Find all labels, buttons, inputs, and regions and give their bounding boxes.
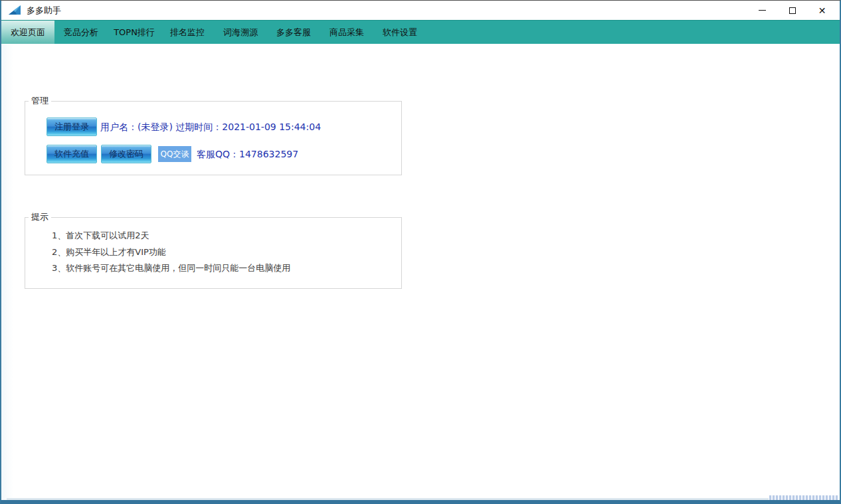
management-group-label: 管理 bbox=[29, 96, 51, 106]
tab-product-collection[interactable]: 商品采集 bbox=[320, 21, 373, 44]
titlebar: 多多助手 ✕ bbox=[1, 1, 840, 20]
change-password-button[interactable]: 修改密码 bbox=[101, 145, 151, 163]
management-groupbox: 管理 注册登录 用户名：(未登录) 过期时间：2021-01-09 15:44:… bbox=[25, 101, 402, 175]
app-window: 多多助手 ✕ 欢迎页面 竞品分析 TOPN排行 排名监控 词海溯源 多多客服 商… bbox=[0, 0, 841, 504]
tip-item-2: 2、购买半年以上才有VIP功能 bbox=[52, 246, 166, 258]
register-login-button[interactable]: 注册登录 bbox=[47, 118, 97, 136]
content-area: 管理 注册登录 用户名：(未登录) 过期时间：2021-01-09 15:44:… bbox=[1, 44, 840, 500]
app-logo-icon bbox=[8, 5, 21, 17]
tip-item-3: 3、软件账号可在其它电脑使用，但同一时间只能一台电脑使用 bbox=[52, 262, 290, 274]
close-button[interactable]: ✕ bbox=[807, 1, 837, 20]
tip-item-1: 1、首次下载可以试用2天 bbox=[52, 230, 149, 242]
tab-keyword-trace[interactable]: 词海溯源 bbox=[214, 21, 267, 44]
tips-group-label: 提示 bbox=[29, 212, 51, 222]
horizontal-scrollbar[interactable] bbox=[7, 498, 769, 500]
minimize-button[interactable] bbox=[747, 1, 777, 20]
tab-software-settings[interactable]: 软件设置 bbox=[373, 21, 426, 44]
qq-chat-button[interactable]: QQ交谈 bbox=[158, 146, 191, 162]
tab-welcome[interactable]: 欢迎页面 bbox=[1, 21, 54, 44]
tips-groupbox: 提示 1、首次下载可以试用2天 2、购买半年以上才有VIP功能 3、软件账号可在… bbox=[25, 217, 402, 289]
minimize-icon bbox=[759, 10, 766, 11]
maximize-button[interactable] bbox=[777, 1, 807, 20]
tab-rank-monitoring[interactable]: 排名监控 bbox=[161, 21, 214, 44]
bottom-right-fine-print bbox=[769, 495, 838, 500]
tab-competitor-analysis[interactable]: 竞品分析 bbox=[54, 21, 108, 44]
tab-topn-ranking[interactable]: TOPN排行 bbox=[108, 21, 161, 44]
tab-duoduo-service[interactable]: 多多客服 bbox=[267, 21, 320, 44]
maximize-icon bbox=[789, 7, 796, 14]
window-title: 多多助手 bbox=[27, 5, 61, 17]
recharge-button[interactable]: 软件充值 bbox=[47, 145, 97, 163]
account-status-text: 用户名：(未登录) 过期时间：2021-01-09 15:44:04 bbox=[100, 122, 321, 133]
window-controls: ✕ bbox=[747, 1, 837, 20]
close-icon: ✕ bbox=[818, 6, 826, 15]
service-qq-text: 客服QQ：1478632597 bbox=[197, 149, 298, 161]
tabbar: 欢迎页面 竞品分析 TOPN排行 排名监控 词海溯源 多多客服 商品采集 软件设… bbox=[1, 20, 840, 44]
